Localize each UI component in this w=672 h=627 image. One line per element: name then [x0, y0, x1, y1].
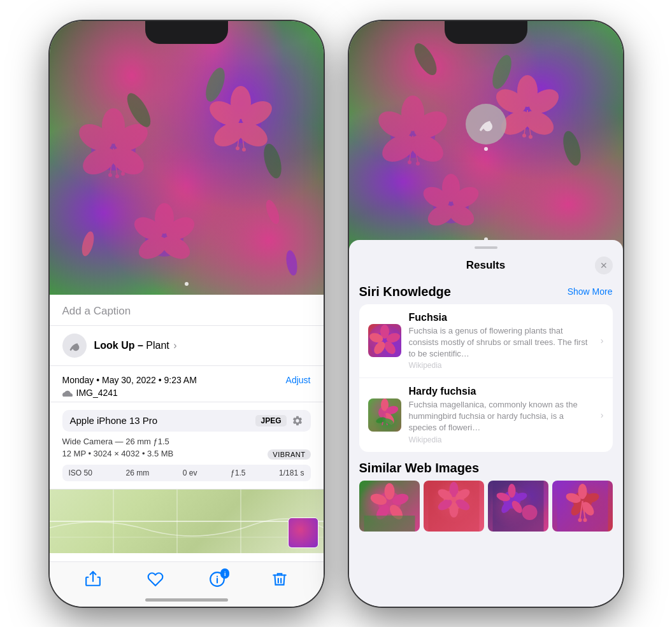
fuchsia-name: Fuchsia	[409, 312, 593, 323]
flower-overlay	[50, 21, 324, 295]
exif-ev: 0 ev	[183, 468, 197, 477]
right-screen: Results ✕ Siri Knowledge Show More	[349, 21, 623, 607]
results-sheet[interactable]: Results ✕ Siri Knowledge Show More	[349, 240, 623, 607]
close-button[interactable]: ✕	[595, 257, 613, 274]
mp-detail: 12 MP • 3024 × 4032 • 3.5 MB	[62, 449, 174, 458]
left-screen: Add a Caption Look Up – Plant ›	[50, 21, 324, 607]
fuchsia-source: Wikipedia	[409, 361, 593, 370]
svg-point-61	[529, 135, 533, 139]
fuchsia-thumbnail	[368, 324, 401, 357]
exif-focal: 26 mm	[125, 468, 149, 477]
svg-point-9	[108, 173, 112, 177]
camera-name: Apple iPhone 13 Pro	[70, 415, 158, 426]
svg-point-10	[115, 174, 119, 178]
delete-button[interactable]	[271, 571, 288, 591]
fuchsia-desc: Fuchsia is a genus of flowering plants t…	[409, 325, 593, 360]
map-row[interactable]	[50, 490, 324, 553]
map-thumbnail	[288, 518, 318, 548]
map-roads-overlay	[50, 490, 324, 553]
exif-row: ISO 50 26 mm 0 ev ƒ1.5 1/181 s	[62, 465, 311, 481]
leaf-icon	[68, 339, 82, 353]
siri-visual-lookup-circle[interactable]	[466, 104, 506, 144]
camera-device-row: Apple iPhone 13 Pro JPEG	[62, 410, 311, 432]
phones-container: Add a Caption Look Up – Plant ›	[37, 8, 636, 619]
svg-point-11	[121, 172, 125, 176]
lookup-row[interactable]: Look Up – Plant ›	[50, 326, 324, 366]
knowledge-card: Fuchsia Fuchsia is a genus of flowering …	[359, 304, 613, 452]
lookup-label[interactable]: Look Up – Plant ›	[94, 340, 177, 351]
siri-knowledge-header: Siri Knowledge Show More	[359, 285, 613, 299]
settings-icon	[292, 415, 303, 426]
camera-detail: Wide Camera — 26 mm ƒ1.5	[62, 437, 311, 446]
like-button[interactable]	[147, 571, 164, 591]
date-text: Monday • May 30, 2022 • 9:23 AM	[62, 375, 197, 385]
exif-shutter: 1/181 s	[279, 468, 304, 477]
date-row: Monday • May 30, 2022 • 9:23 AM Adjust I…	[50, 366, 324, 402]
similar-images-row	[359, 481, 613, 532]
svg-point-70	[560, 129, 584, 167]
svg-point-51	[416, 162, 420, 166]
results-header: Results ✕	[349, 249, 623, 279]
jpeg-badge: JPEG	[255, 415, 286, 426]
svg-point-69	[489, 52, 515, 91]
hardy-fuchsia-source: Wikipedia	[409, 435, 593, 444]
svg-point-60	[522, 134, 526, 137]
similar-section: Similar Web Images	[359, 461, 613, 532]
leaf-siri-icon	[476, 115, 496, 134]
caption-placeholder[interactable]: Add a Caption	[62, 305, 131, 317]
fuchsia-chevron-icon: ›	[601, 335, 604, 346]
svg-point-21	[242, 148, 246, 151]
svg-point-20	[236, 146, 239, 150]
svg-point-104	[508, 484, 515, 498]
hardy-fuchsia-thumbnail	[368, 398, 401, 432]
results-title: Results	[377, 259, 595, 272]
svg-point-29	[80, 230, 96, 257]
share-button[interactable]	[85, 571, 101, 591]
exif-aperture: ƒ1.5	[231, 468, 245, 477]
photo-carousel-dot	[185, 282, 189, 286]
svg-rect-93	[364, 516, 415, 532]
cloud-icon	[62, 389, 73, 397]
siri-connector-dot	[484, 147, 488, 151]
svg-point-88	[384, 483, 394, 500]
caption-row[interactable]: Add a Caption	[50, 295, 324, 326]
info-badge-dot: i	[220, 568, 229, 577]
siri-knowledge-title: Siri Knowledge	[359, 285, 451, 299]
results-content[interactable]: Siri Knowledge Show More	[349, 279, 623, 607]
similar-header: Similar Web Images	[359, 461, 613, 476]
hardy-fuchsia-desc: Fuchsia magellanica, commonly known as t…	[409, 399, 593, 434]
knowledge-item-fuchsia[interactable]: Fuchsia Fuchsia is a genus of flowering …	[359, 304, 613, 379]
show-more-button[interactable]: Show More	[568, 286, 613, 297]
info-button[interactable]: i	[209, 571, 225, 591]
svg-point-119	[578, 518, 582, 522]
similar-image-4[interactable]	[552, 481, 613, 532]
filename-text: IMG_4241	[76, 388, 118, 398]
svg-point-109	[522, 505, 537, 520]
adjust-button[interactable]: Adjust	[286, 375, 311, 385]
knowledge-item-hardy-fuchsia[interactable]: Hardy fuchsia Fuchsia magellanica, commo…	[359, 378, 613, 452]
vibrant-badge: VIBRANT	[268, 449, 310, 460]
svg-point-28	[263, 198, 282, 225]
camera-row: Apple iPhone 13 Pro JPEG Wide Camera — 2…	[50, 402, 324, 490]
svg-point-30	[284, 249, 299, 276]
similar-image-1[interactable]	[359, 481, 420, 532]
home-bar	[145, 598, 228, 602]
similar-image-3[interactable]	[488, 481, 548, 532]
photo-info-section[interactable]: Add a Caption Look Up – Plant ›	[50, 295, 324, 561]
exif-iso: ISO 50	[69, 468, 92, 477]
right-phone: Results ✕ Siri Knowledge Show More	[349, 21, 623, 607]
svg-point-50	[408, 160, 411, 164]
left-phone: Add a Caption Look Up – Plant ›	[50, 21, 324, 607]
photo-area[interactable]	[50, 21, 324, 295]
svg-point-32	[202, 65, 229, 104]
svg-point-33	[261, 141, 285, 180]
right-photo-area[interactable]	[349, 21, 623, 250]
svg-point-68	[410, 39, 441, 78]
hardy-fuchsia-name: Hardy fuchsia	[409, 386, 593, 397]
lookup-icon-circle	[62, 334, 87, 358]
svg-point-120	[583, 518, 587, 522]
fuchsia-info: Fuchsia Fuchsia is a genus of flowering …	[409, 312, 593, 370]
hardy-fuchsia-chevron-icon: ›	[601, 410, 604, 420]
similar-image-2[interactable]	[424, 481, 484, 532]
hardy-fuchsia-info: Hardy fuchsia Fuchsia magellanica, commo…	[409, 386, 593, 444]
